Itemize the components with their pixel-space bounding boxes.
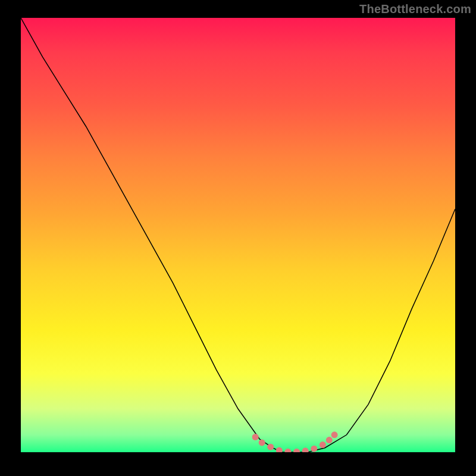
scatter-point bbox=[276, 447, 283, 452]
watermark-text: TheBottleneck.com bbox=[359, 2, 471, 16]
scatter-point bbox=[293, 449, 300, 452]
scatter-point bbox=[331, 431, 338, 438]
chart-frame: TheBottleneck.com bbox=[0, 0, 476, 476]
plot-area bbox=[21, 18, 455, 452]
bottleneck-curve bbox=[21, 18, 455, 452]
scatter-point bbox=[326, 437, 333, 443]
scatter-point bbox=[252, 434, 259, 440]
scatter-layer bbox=[252, 431, 338, 452]
scatter-point bbox=[311, 446, 317, 452]
scatter-point bbox=[284, 449, 291, 452]
curve-layer bbox=[21, 18, 455, 452]
scatter-point bbox=[302, 447, 309, 452]
chart-svg bbox=[21, 18, 455, 452]
scatter-point bbox=[320, 441, 326, 448]
scatter-point bbox=[259, 439, 265, 446]
scatter-point bbox=[267, 444, 274, 450]
